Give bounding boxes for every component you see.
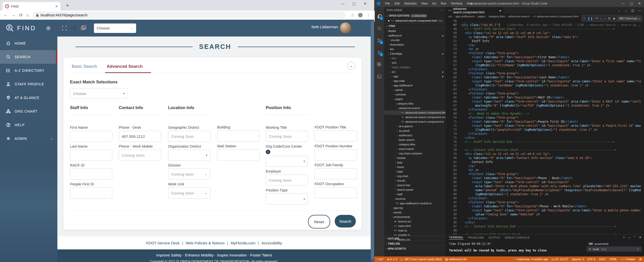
tab-basic-search[interactable]: Basic Search: [72, 64, 97, 69]
minimap[interactable]: [641, 19, 644, 234]
editor-action-icon[interactable]: ←: [618, 9, 621, 12]
code-line-59[interactable]: 59 <fieldset class="form-group">: [445, 71, 644, 75]
exact-match-select[interactable]: Choose ▾: [70, 88, 128, 99]
tree-item-ClientApp[interactable]: ⌄ClientApp●: [384, 51, 445, 56]
tree-item-app-staffsearch.module.ts[interactable]: TSapp-staffsearch.module.ts: [384, 201, 445, 206]
code-line-60[interactable]: 60 <label tabindex="0" for="basicInput1a…: [445, 75, 644, 79]
scrollbar-thumb[interactable]: [371, 21, 374, 260]
code-line-53[interactable]: 53 <hr />: [445, 47, 644, 51]
code-line-64[interactable]: 64 <fieldset class="form-group">: [445, 91, 644, 95]
code-line-89[interactable]: 89 [ngModelOptions]="{ standalone: true …: [445, 192, 644, 196]
tree-item-environments[interactable]: ›environments: [384, 215, 445, 219]
tree-item-app[interactable]: ›app●: [384, 74, 445, 79]
code-line-90[interactable]: 90 </fieldset>: [445, 196, 644, 200]
profile-icon[interactable]: [358, 13, 363, 17]
statusbar-item[interactable]: UTF-8: [586, 258, 597, 261]
breadcrumb-item[interactable]: advanced-search: [508, 15, 529, 18]
statusbar-item[interactable]: Ln 47, Col 27: [550, 258, 570, 261]
search-button[interactable]: Search: [335, 215, 356, 227]
user-avatar[interactable]: [340, 22, 351, 34]
code-line-51[interactable]: 51 Staff Info: [445, 39, 644, 43]
tree-item-advanced-search[interactable]: ⌄advanced-search: [384, 106, 445, 110]
org-code-cost-center-select[interactable]: ▾: [266, 156, 308, 167]
code-line-77[interactable]: 77: [445, 144, 644, 148]
menu-view[interactable]: View: [419, 2, 430, 5]
step-into-icon[interactable]: ↓: [600, 17, 602, 20]
sidebar-item-a-z-directory[interactable]: A-Z DIRECTORY: [0, 64, 57, 77]
footer-link-myflorida-com[interactable]: MyFlorida.com: [231, 241, 255, 245]
code-line-55[interactable]: 55 <label tabindex="0" for="basicInput1"…: [445, 55, 644, 59]
sidebar-item-home[interactable]: HOME: [0, 37, 57, 50]
bookmark-star-icon[interactable]: ☆: [351, 13, 355, 18]
breadcrumb-item[interactable]: src: [448, 15, 452, 18]
tree-item-category-tiles[interactable]: ›category-tiles: [384, 142, 445, 147]
tree-item-exact-match[interactable]: ›exact-match: [384, 147, 445, 151]
menu-run[interactable]: Run: [438, 2, 448, 5]
source-control-icon[interactable]: 2: [374, 35, 384, 46]
tree-item-app-edat[interactable]: ›app-edat: [384, 79, 445, 83]
breadcrumb-item[interactable]: pages: [478, 15, 485, 18]
tree-item-assets[interactable]: ›assets: [384, 210, 445, 215]
back-icon[interactable]: ←: [4, 13, 8, 18]
code-line-50[interactable]: 50 <p tabindex="0" aria-label="Staff Inf…: [445, 35, 644, 39]
breadcrumb-item[interactable]: app-staffsearch: [456, 15, 475, 18]
vscode-minimize-button[interactable]: —: [622, 2, 625, 5]
code-line-61[interactable]: 61 <input type="text" class="form-contro…: [445, 79, 644, 83]
first-name-input[interactable]: [70, 131, 112, 142]
vscode-maximize-button[interactable]: ▢: [630, 2, 633, 5]
step-out-icon[interactable]: ↑: [604, 17, 606, 20]
tree-item-app-staffsearch[interactable]: ⌄app-staffsearch: [384, 83, 445, 88]
code-line-62[interactable]: 62 [(ngModel)]="lastName" [ngModelOption…: [445, 83, 644, 87]
tree-item-login[interactable]: ›login: [384, 169, 445, 174]
tree-item-services[interactable]: ›services: [384, 196, 445, 201]
code-line-56[interactable]: 56 <input type="text" class="form-contro…: [445, 59, 644, 63]
code-line-80[interactable]: 80 <p tabindex="0" aria-label="Contact I…: [445, 156, 644, 160]
gallery-icon[interactable]: [81, 25, 86, 31]
code-line-71[interactable]: 71 <label tabindex="0" for="basicInput2"…: [445, 120, 644, 124]
tree-item-az-panel[interactable]: ›az-panel: [384, 128, 445, 133]
statusbar-item[interactable]: HTML: [608, 258, 619, 261]
fdot-position-number-input[interactable]: [315, 149, 357, 160]
tree-item-azdirectory[interactable]: ›azdirectory: [384, 133, 445, 138]
tree-item-help[interactable]: ›help: [384, 160, 445, 165]
pause-icon[interactable]: ❙❙: [588, 17, 593, 20]
tree-item-staff[interactable]: ›staff: [384, 192, 445, 196]
phone-work-mobile-input[interactable]: Coming Soon: [119, 150, 161, 161]
stop-icon[interactable]: ■: [613, 17, 615, 20]
statusbar-item-run-icon[interactable]: ▷.NET Core Launch (web) (fdot): [399, 258, 444, 261]
panel-icon[interactable]: ⌃: [633, 236, 636, 239]
position-type-select[interactable]: ▾: [266, 193, 308, 205]
code-line-78[interactable]: 78 <!-- Contact Info Section Start -----…: [445, 148, 644, 152]
menu-file[interactable]: File: [383, 2, 392, 5]
fdot-job-family-input[interactable]: [315, 168, 357, 179]
panel-icon[interactable]: ✕: [639, 236, 641, 239]
code-line-79[interactable]: 79 <div class="col-xs-12 col-sm-12 col-m…: [445, 152, 644, 156]
tree-item-header[interactable]: ›header: [384, 156, 445, 160]
sidebar-item-org-chart[interactable]: ORG CHART: [0, 105, 57, 118]
code-line-74[interactable]: 74 </fieldset>: [445, 132, 644, 136]
code-line-84[interactable]: 84 <fieldset class="form-group">: [445, 172, 644, 176]
code-line-69[interactable]: 69 <!-- Need to makes this dynamic -->: [445, 112, 644, 116]
browser-close-button[interactable]: ✕: [364, 2, 367, 6]
code-line-76[interactable]: 76 <!-- Staff Info Section End ---------…: [445, 140, 644, 144]
code-line-52[interactable]: 52 </p>: [445, 43, 644, 47]
code-line-65[interactable]: 65 <label tabindex="0" for="basicInput2"…: [445, 95, 644, 100]
working-title-input[interactable]: Coming Soon: [266, 131, 308, 142]
extensions-icon[interactable]: [374, 59, 384, 70]
code-line-54[interactable]: 54 <fieldset class="form-group">: [445, 51, 644, 55]
statusbar-item[interactable]: CRLF: [597, 258, 608, 261]
sidebar-item-search[interactable]: SEARCH: [0, 50, 57, 64]
browser-minimize-button[interactable]: —: [341, 2, 345, 6]
info-icon[interactable]: i: [266, 150, 270, 154]
tree-item-Model[interactable]: ›Model: [384, 29, 445, 33]
breadcrumb-item[interactable]: <> advanced-search.component.html: [533, 15, 579, 18]
sidebar-item-help[interactable]: HELP: [0, 118, 57, 132]
tree-item-at-a-glance[interactable]: ›at-a-glance: [384, 124, 445, 128]
code-line-57[interactable]: 57 [(ngModel)]="firstName" [ngModelOptio…: [445, 63, 644, 67]
code-line-93[interactable]: 93 <input type="text" class="form-contro…: [445, 208, 644, 212]
tree-item-.vscode[interactable]: ›.vscode: [384, 38, 445, 42]
statusbar-item-check-icon[interactable]: ✓✓Prettier: [619, 258, 637, 261]
racf-id-input[interactable]: [70, 169, 112, 180]
terminal-output[interactable]: Time Elapsed 00:00:12.97 Terminal will b…: [449, 242, 547, 252]
statusbar-item-branch-icon[interactable]: ⑂nt1*: [374, 258, 385, 261]
